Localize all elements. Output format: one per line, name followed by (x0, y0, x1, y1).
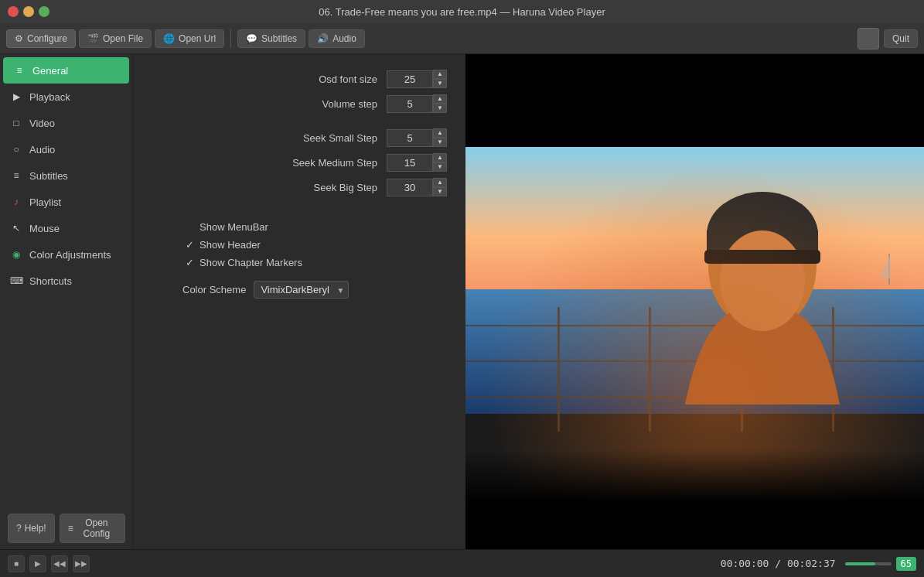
volume-step-down[interactable]: ▼ (433, 104, 447, 113)
volume-fill (845, 562, 875, 565)
open-url-button[interactable]: 🌐 Open Url (155, 29, 224, 48)
sidebar-label-color-adjustments: Color Adjustments (29, 249, 111, 261)
show-menubar-label[interactable]: Show MenuBar (199, 221, 268, 233)
color-scheme-row: Color Scheme VimixDarkBeryl Default Bree… (152, 281, 447, 299)
volume-badge: 65 (896, 557, 916, 571)
osd-font-size-input[interactable] (387, 70, 433, 88)
seek-big-step-label: Seek Big Step (152, 182, 387, 193)
sailboat (878, 254, 901, 292)
time-separator: / (775, 558, 787, 569)
audio-label: Audio (332, 33, 356, 44)
seek-small-step-spinner: ▲ ▼ (387, 128, 447, 147)
playlist-icon: ♪ (9, 195, 23, 209)
show-chapter-markers-label[interactable]: Show Chapter Markers (199, 257, 302, 268)
seek-medium-step-spin-btns: ▲ ▼ (433, 153, 447, 172)
sidebar-item-general[interactable]: ≡ General (3, 57, 129, 84)
toolbar-separator (230, 29, 231, 48)
video-area (465, 54, 924, 549)
seek-medium-step-up[interactable]: ▲ (433, 153, 447, 162)
seek-small-step-up[interactable]: ▲ (433, 128, 447, 138)
show-header-label[interactable]: Show Header (199, 239, 261, 251)
sidebar-label-general: General (32, 65, 68, 77)
osd-font-size-up[interactable]: ▲ (433, 70, 447, 79)
sidebar: ≡ General ▶ Playback □ Video ○ Audio ≡ S… (0, 54, 133, 549)
help-button[interactable]: ? Help! (8, 514, 55, 543)
time-total: 00:02:37 (787, 558, 836, 569)
minimize-button[interactable] (23, 6, 34, 17)
maximize-button[interactable] (39, 6, 49, 17)
form-divider-1 (152, 119, 447, 128)
sidebar-label-mouse: Mouse (29, 223, 60, 234)
audio-icon: 🔊 (317, 33, 329, 44)
seek-big-step-input[interactable] (387, 179, 433, 196)
prev-icon: ◀◀ (53, 559, 66, 568)
seek-small-step-spin-btns: ▲ ▼ (433, 128, 447, 147)
osd-font-size-spin-btns: ▲ ▼ (433, 70, 447, 88)
sidebar-item-playlist[interactable]: ♪ Playlist (0, 189, 132, 215)
open-url-icon: 🌐 (163, 33, 175, 44)
configure-button[interactable]: ⚙ Configure (6, 29, 76, 48)
sidebar-item-subtitles[interactable]: ≡ Subtitles (0, 162, 132, 189)
sidebar-item-video[interactable]: □ Video (0, 110, 132, 136)
seek-big-step-spinner: ▲ ▼ (387, 178, 447, 196)
seek-big-step-down[interactable]: ▼ (433, 187, 447, 196)
subtitles-label: Subtitles (261, 33, 297, 44)
seek-small-step-row: Seek Small Step ▲ ▼ (152, 128, 447, 147)
open-file-label: Open File (103, 33, 143, 44)
help-label: Help! (25, 523, 46, 534)
seek-medium-step-down[interactable]: ▼ (433, 162, 447, 172)
volume-step-row: Volume step ▲ ▼ (152, 94, 447, 113)
sidebar-item-audio[interactable]: ○ Audio (0, 136, 132, 162)
form-divider-3 (152, 212, 447, 221)
open-file-icon: 🎬 (87, 33, 99, 44)
configure-label: Configure (27, 33, 67, 44)
prev-button[interactable]: ◀◀ (51, 555, 68, 572)
volume-step-up[interactable]: ▲ (433, 94, 447, 104)
open-url-label: Open Url (179, 33, 216, 44)
sidebar-item-mouse[interactable]: ↖ Mouse (0, 215, 132, 241)
color-scheme-label: Color Scheme (182, 284, 246, 295)
show-menubar-row: Show MenuBar (152, 221, 447, 233)
seek-small-step-down[interactable]: ▼ (433, 138, 447, 147)
video-icon: □ (9, 116, 23, 130)
sidebar-item-playback[interactable]: ▶ Playback (0, 84, 132, 110)
sidebar-label-audio: Audio (29, 144, 55, 155)
video-bottom-fade (465, 449, 924, 503)
seek-small-step-label: Seek Small Step (152, 132, 387, 144)
sidebar-item-color-adjustments[interactable]: ◉ Color Adjustments (0, 241, 132, 268)
seek-medium-step-input[interactable] (387, 154, 433, 172)
subtitles-button[interactable]: 💬 Subtitles (237, 29, 305, 48)
next-button[interactable]: ▶▶ (73, 555, 90, 572)
stop-button[interactable]: ■ (8, 555, 25, 572)
color-scheme-select[interactable]: VimixDarkBeryl Default Breeze BreezeDark (254, 281, 349, 299)
stop-icon: ■ (14, 559, 19, 568)
show-chapter-markers-row: ✓ Show Chapter Markers (152, 257, 447, 268)
seek-big-step-spin-btns: ▲ ▼ (433, 178, 447, 196)
configure-icon: ⚙ (15, 33, 23, 44)
osd-font-size-down[interactable]: ▼ (433, 79, 447, 88)
time-current: 00:00:00 (721, 558, 769, 569)
close-button[interactable] (8, 6, 19, 17)
shortcuts-icon: ⌨ (9, 274, 23, 288)
show-header-row: ✓ Show Header (152, 239, 447, 251)
volume-step-input[interactable] (387, 95, 433, 113)
volume-step-spinner: ▲ ▼ (387, 94, 447, 113)
open-config-label: Open Config (77, 517, 117, 539)
seek-small-step-input[interactable] (387, 129, 433, 147)
open-file-button[interactable]: 🎬 Open File (79, 29, 152, 48)
video-frame (465, 147, 924, 503)
quit-button[interactable]: Quit (884, 29, 918, 48)
seek-big-step-up[interactable]: ▲ (433, 178, 447, 187)
general-icon: ≡ (12, 63, 26, 77)
audio-sidebar-icon: ○ (9, 142, 23, 156)
play-icon: ▶ (35, 559, 41, 568)
audio-button[interactable]: 🔊 Audio (309, 29, 365, 48)
show-header-checkmark: ✓ (182, 239, 196, 251)
toolbar: ⚙ Configure 🎬 Open File 🌐 Open Url 💬 Sub… (0, 23, 924, 54)
titlebar: 06. Trade-Free means you are free.mp4 — … (0, 0, 924, 23)
volume-step-label: Volume step (152, 98, 387, 110)
play-button[interactable]: ▶ (29, 555, 46, 572)
volume-slider[interactable] (845, 562, 892, 565)
open-config-button[interactable]: ≡ Open Config (60, 514, 125, 543)
sidebar-item-shortcuts[interactable]: ⌨ Shortcuts (0, 268, 132, 294)
